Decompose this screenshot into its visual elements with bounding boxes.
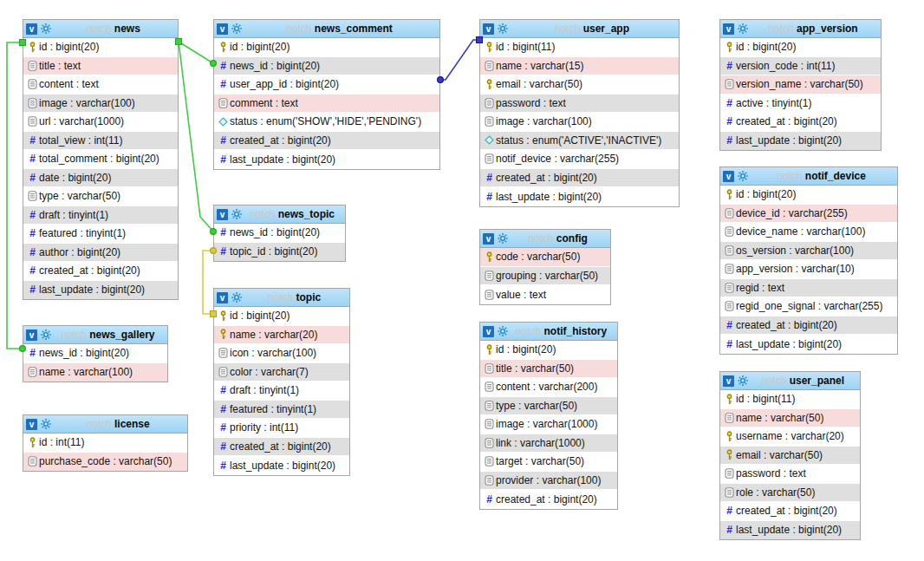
field-row-notif_history-id[interactable]: id : bigint(20) <box>480 341 617 360</box>
table-header[interactable]: vnotch news <box>23 20 178 38</box>
table-news_comment[interactable]: vnotch news_commentid : bigint(20)#news_… <box>213 19 440 170</box>
field-row-license-id[interactable]: id : int(11) <box>23 434 187 453</box>
table-notif_device[interactable]: vnotch notif_deviceid : bigint(20)device… <box>719 166 898 355</box>
field-row-notif_history-provider[interactable]: provider : varchar(100) <box>480 472 617 491</box>
field-row-news-created_at[interactable]: #created_at : bigint(20) <box>23 262 178 281</box>
field-row-user_panel-username[interactable]: username : varchar(20) <box>720 427 860 447</box>
field-row-user_panel-created_at[interactable]: #created_at : bigint(20) <box>720 502 860 521</box>
field-row-license-purchase_code[interactable]: purchase_code : varchar(50) <box>23 453 187 472</box>
field-row-user_app-id[interactable]: id : bigint(11) <box>480 38 679 57</box>
table-user_panel[interactable]: vnotch user_panelid : bigint(11)name : v… <box>719 371 861 540</box>
gear-icon[interactable] <box>497 232 509 245</box>
field-row-user_panel-role[interactable]: role : varchar(50) <box>720 484 860 503</box>
field-row-news-title[interactable]: title : text <box>23 57 178 76</box>
table-header[interactable]: vnotch news_topic <box>214 205 345 224</box>
field-row-config-code[interactable]: code : varchar(50) <box>480 248 610 267</box>
field-row-app_version-version_name[interactable]: version_name : varchar(50) <box>720 75 881 95</box>
field-row-user_app-password[interactable]: password : text <box>480 95 679 114</box>
field-row-news-image[interactable]: image : varchar(100) <box>23 95 178 114</box>
field-row-user_app-created_at[interactable]: #created_at : bigint(20) <box>480 169 679 188</box>
field-row-notif_device-app_version[interactable]: app_version : varchar(10) <box>720 260 897 279</box>
field-row-notif_device-regid_one_signal[interactable]: regid_one_signal : varchar(255) <box>720 297 897 316</box>
field-row-topic-last_update[interactable]: #last_update : bigint(20) <box>214 456 349 475</box>
field-row-news-id[interactable]: id : bigint(20) <box>23 38 178 57</box>
field-row-topic-id[interactable]: id : bigint(20) <box>214 307 349 326</box>
gear-icon[interactable] <box>737 170 749 182</box>
field-row-news_comment-last_update[interactable]: #last_update : bigint(20) <box>214 150 439 169</box>
toggle-size-icon[interactable]: v <box>217 292 228 303</box>
field-row-news_comment-comment[interactable]: comment : text <box>214 95 439 114</box>
field-row-notif_device-id[interactable]: id : bigint(20) <box>720 186 897 205</box>
field-row-topic-featured[interactable]: #featured : tinyint(1) <box>214 401 349 420</box>
field-row-notif_history-image[interactable]: image : varchar(1000) <box>480 415 617 434</box>
field-row-news_comment-news_id[interactable]: #news_id : bigint(20) <box>214 57 439 76</box>
field-row-news-type[interactable]: type : varchar(50) <box>23 187 178 206</box>
table-header[interactable]: vnotch topic <box>214 289 349 307</box>
field-row-news_gallery-name[interactable]: name : varchar(100) <box>23 363 167 382</box>
field-row-app_version-version_code[interactable]: #version_code : int(11) <box>720 57 881 76</box>
field-row-user_app-image[interactable]: image : varchar(100) <box>480 113 679 132</box>
gear-icon[interactable] <box>231 291 243 303</box>
field-row-news-date[interactable]: #date : bigint(20) <box>23 169 178 188</box>
gear-icon[interactable] <box>737 375 749 387</box>
field-row-topic-created_at[interactable]: #created_at : bigint(20) <box>214 438 349 457</box>
table-header[interactable]: vnotch app_version <box>720 20 881 38</box>
field-row-notif_device-created_at[interactable]: #created_at : bigint(20) <box>720 316 897 336</box>
toggle-size-icon[interactable]: v <box>26 419 37 430</box>
table-header[interactable]: vnotch news_gallery <box>23 326 167 344</box>
field-row-news-url[interactable]: url : varchar(1000) <box>23 113 178 132</box>
gear-icon[interactable] <box>40 418 52 430</box>
field-row-app_version-last_update[interactable]: #last_update : bigint(20) <box>720 132 881 151</box>
field-row-news-draft[interactable]: #draft : tinyint(1) <box>23 206 178 225</box>
toggle-size-icon[interactable]: v <box>483 23 494 35</box>
field-row-news-featured[interactable]: #featured : tinyint(1) <box>23 225 178 244</box>
field-row-user_panel-id[interactable]: id : bigint(11) <box>720 390 860 409</box>
gear-icon[interactable] <box>497 23 509 35</box>
field-row-user_app-notif_device[interactable]: notif_device : varchar(255) <box>480 150 679 169</box>
toggle-size-icon[interactable]: v <box>26 23 37 35</box>
toggle-size-icon[interactable]: v <box>483 233 494 245</box>
gear-icon[interactable] <box>231 208 243 220</box>
table-header[interactable]: vnotch notif_device <box>720 167 897 186</box>
table-license[interactable]: vnotch licenseid : int(11)purchase_code … <box>23 414 188 472</box>
field-row-notif_history-type[interactable]: type : varchar(50) <box>480 397 617 416</box>
field-row-news_comment-status[interactable]: status : enum('SHOW','HIDE','PENDING') <box>214 113 439 132</box>
field-row-notif_device-device_id[interactable]: device_id : varchar(255) <box>720 205 897 224</box>
field-row-notif_device-regid[interactable]: regid : text <box>720 279 897 298</box>
field-row-notif_history-link[interactable]: link : varchar(1000) <box>480 434 617 453</box>
table-app_version[interactable]: vnotch app_versionid : bigint(20)#versio… <box>719 19 882 151</box>
field-row-user_app-name[interactable]: name : varchar(15) <box>480 57 679 76</box>
field-row-user_panel-name[interactable]: name : varchar(50) <box>720 409 860 428</box>
table-header[interactable]: vnotch user_app <box>480 20 679 38</box>
table-news[interactable]: vnotch newsid : bigint(20)title : textco… <box>23 19 179 300</box>
table-header[interactable]: vnotch notif_history <box>480 323 617 341</box>
table-news_gallery[interactable]: vnotch news_gallery#news_id : bigint(20)… <box>23 325 168 382</box>
field-row-news-total_view[interactable]: #total_view : int(11) <box>23 132 178 151</box>
field-row-notif_history-content[interactable]: content : varchar(200) <box>480 378 617 397</box>
field-row-news_comment-user_app_id[interactable]: #user_app_id : bigint(20) <box>214 75 439 95</box>
toggle-size-icon[interactable]: v <box>723 171 734 182</box>
toggle-size-icon[interactable]: v <box>217 23 228 35</box>
field-row-app_version-id[interactable]: id : bigint(20) <box>720 38 881 57</box>
field-row-news-total_comment[interactable]: #total_comment : bigint(20) <box>23 150 178 169</box>
field-row-topic-color[interactable]: color : varchar(7) <box>214 363 349 382</box>
field-row-news_comment-id[interactable]: id : bigint(20) <box>214 38 439 57</box>
gear-icon[interactable] <box>231 23 243 35</box>
toggle-size-icon[interactable]: v <box>723 23 734 35</box>
field-row-topic-priority[interactable]: #priority : int(11) <box>214 419 349 438</box>
toggle-size-icon[interactable]: v <box>217 209 228 220</box>
field-row-news_comment-created_at[interactable]: #created_at : bigint(20) <box>214 132 439 151</box>
toggle-size-icon[interactable]: v <box>723 375 734 387</box>
field-row-user_panel-password[interactable]: password : text <box>720 465 860 484</box>
table-topic[interactable]: vnotch topicid : bigint(20)name : varcha… <box>213 288 350 476</box>
field-row-topic-name[interactable]: name : varchar(20) <box>214 326 349 345</box>
field-row-news_topic-topic_id[interactable]: #topic_id : bigint(20) <box>214 243 345 262</box>
field-row-app_version-active[interactable]: #active : tinyint(1) <box>720 95 881 114</box>
toggle-size-icon[interactable]: v <box>483 326 494 337</box>
field-row-config-grouping[interactable]: grouping : varchar(50) <box>480 267 610 286</box>
field-row-user_app-email[interactable]: email : varchar(50) <box>480 75 679 95</box>
field-row-topic-icon[interactable]: icon : varchar(100) <box>214 344 349 363</box>
field-row-news-content[interactable]: content : text <box>23 75 178 95</box>
table-news_topic[interactable]: vnotch news_topic#news_id : bigint(20)#t… <box>213 205 346 262</box>
gear-icon[interactable] <box>497 325 509 337</box>
